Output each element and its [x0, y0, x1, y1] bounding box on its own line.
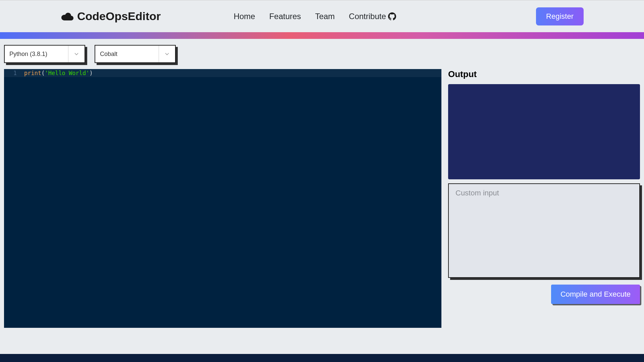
theme-select[interactable]: Cobalt: [95, 45, 176, 63]
line-number: 1: [4, 70, 24, 76]
select-divider: [159, 46, 170, 62]
brand[interactable]: CodeOpsEditor: [60, 10, 161, 23]
chevron-down-icon: [164, 51, 170, 57]
output-label: Output: [448, 69, 640, 79]
register-button[interactable]: Register: [536, 7, 584, 25]
select-divider: [68, 46, 80, 62]
right-panel: Output Compile and Execute: [448, 69, 640, 328]
main: 1 print('Hello World') Output Compile an…: [0, 69, 644, 328]
nav-features[interactable]: Features: [269, 12, 301, 21]
code-token-paren: (: [41, 70, 45, 76]
github-icon: [388, 12, 396, 20]
theme-select-value: Cobalt: [100, 51, 117, 58]
brand-name: CodeOpsEditor: [77, 10, 161, 23]
gradient-bar: [0, 32, 644, 39]
language-select-value: Python (3.8.1): [9, 51, 47, 58]
output-box: [448, 84, 640, 179]
cloud-icon: [60, 12, 74, 21]
nav-home[interactable]: Home: [234, 12, 255, 21]
custom-input[interactable]: [448, 183, 640, 278]
nav-contribute-label: Contribute: [349, 12, 386, 21]
code-editor[interactable]: 1 print('Hello World'): [4, 69, 441, 328]
navbar: CodeOpsEditor Home Features Team Contrib…: [0, 0, 644, 32]
code-token-func: print: [24, 70, 41, 76]
compile-execute-button[interactable]: Compile and Execute: [551, 285, 640, 304]
footer-bar: [0, 354, 644, 362]
code-content: print('Hello World'): [24, 70, 93, 76]
code-token-paren: ): [90, 70, 93, 76]
nav-contribute[interactable]: Contribute: [349, 12, 396, 21]
code-token-string: 'Hello World': [45, 70, 89, 76]
nav-team[interactable]: Team: [315, 12, 335, 21]
language-select[interactable]: Python (3.8.1): [4, 45, 85, 63]
chevron-down-icon: [73, 51, 80, 57]
editor-line: 1 print('Hello World'): [4, 69, 441, 77]
toolbar: Python (3.8.1) Cobalt: [0, 39, 644, 69]
nav-links: Home Features Team Contribute: [234, 12, 396, 21]
